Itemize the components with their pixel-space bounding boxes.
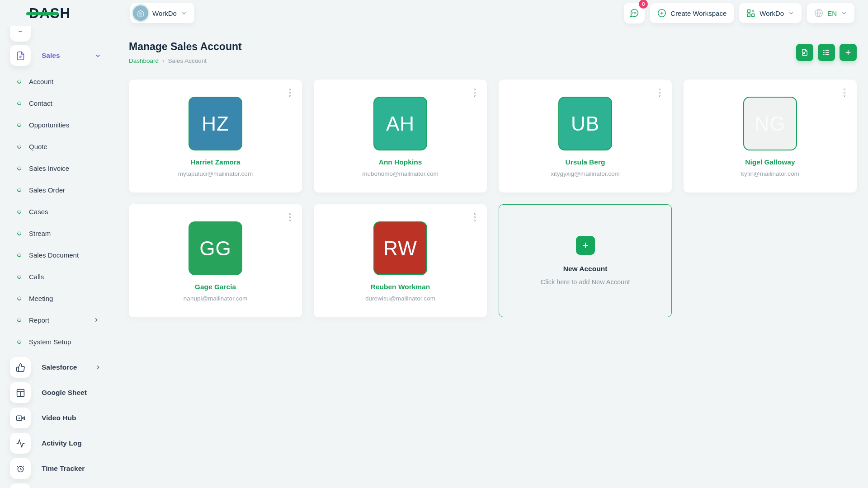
sidebar-item-system-setup[interactable]: System Setup bbox=[10, 331, 114, 352]
workspace-switcher[interactable]: WorkDo bbox=[130, 3, 194, 23]
chat-bubble-icon bbox=[629, 8, 639, 18]
submenu-label: System Setup bbox=[29, 338, 71, 346]
new-account-card[interactable]: New Account Click here to add New Accoun… bbox=[499, 204, 672, 317]
new-account-title: New Account bbox=[563, 265, 608, 273]
sidebar-item-calls[interactable]: Calls bbox=[10, 266, 114, 287]
card-menu-button[interactable] bbox=[471, 88, 479, 99]
account-card[interactable]: UB Ursula Berg xitygyxig@mailinator.com bbox=[499, 80, 672, 192]
card-menu-button[interactable] bbox=[286, 88, 294, 99]
account-name-link[interactable]: Reuben Workman bbox=[314, 283, 487, 291]
sidebar-item-time-tracker[interactable]: Time Tracker bbox=[10, 458, 114, 479]
main-content: Manage Sales Account Dashboard › Sales A… bbox=[114, 26, 868, 488]
submenu-label: Stream bbox=[29, 230, 51, 237]
chevron-down-icon bbox=[788, 10, 794, 16]
export-button[interactable] bbox=[796, 44, 813, 61]
accounts-grid: HZ Harriet Zamora mytapuluci@mailinator.… bbox=[129, 80, 857, 317]
page-title: Manage Sales Account bbox=[129, 41, 242, 53]
language-code: EN bbox=[827, 9, 837, 17]
sidebar-item-label: Salesforce bbox=[42, 363, 77, 371]
brand-logo-bar bbox=[26, 12, 59, 15]
workspace-dropdown[interactable]: WorkDo bbox=[739, 3, 802, 23]
sidebar-item-salesforce[interactable]: Salesforce bbox=[10, 357, 114, 378]
account-card[interactable]: HZ Harriet Zamora mytapuluci@mailinator.… bbox=[129, 80, 302, 192]
account-card[interactable]: RW Reuben Workman durewisu@mailinator.co… bbox=[314, 204, 487, 317]
add-account-button[interactable] bbox=[840, 44, 857, 61]
language-selector[interactable]: EN bbox=[807, 3, 854, 23]
plus-icon bbox=[576, 236, 595, 255]
account-card[interactable]: NG Nigel Galloway kyfin@mailinator.com bbox=[684, 80, 857, 192]
account-email: mytapuluci@mailinator.com bbox=[129, 170, 302, 177]
sidebar-item-contact[interactable]: Contact bbox=[10, 92, 114, 114]
submenu-label: Report bbox=[29, 316, 49, 324]
account-name-link[interactable]: Nigel Galloway bbox=[684, 158, 857, 166]
account-name-link[interactable]: Ursula Berg bbox=[499, 158, 672, 166]
sidebar-item-stream[interactable]: Stream bbox=[10, 222, 114, 244]
sidebar-item-sales[interactable]: Sales bbox=[10, 45, 114, 66]
sidebar-item-label: Sales bbox=[42, 52, 60, 60]
sidebar-item-label: Google Sheet bbox=[42, 389, 87, 397]
sidebar-item-activity-log[interactable]: Activity Log bbox=[10, 433, 114, 454]
account-email: durewisu@mailinator.com bbox=[314, 295, 487, 302]
account-name-link[interactable]: Ann Hopkins bbox=[314, 158, 487, 166]
chevron-down-icon bbox=[94, 52, 101, 59]
new-account-subtitle: Click here to add New Account bbox=[541, 278, 630, 286]
document-icon bbox=[10, 45, 31, 66]
account-email: kyfin@mailinator.com bbox=[684, 170, 857, 177]
submenu-label: Account bbox=[29, 78, 53, 85]
card-menu-button[interactable] bbox=[656, 88, 664, 99]
card-menu-button[interactable] bbox=[286, 212, 294, 223]
account-avatar: RW bbox=[373, 221, 427, 275]
breadcrumb-separator: › bbox=[162, 57, 164, 64]
sidebar-item-opportunities[interactable]: Opportunities bbox=[10, 114, 114, 136]
activity-pulse-icon bbox=[10, 433, 31, 454]
sidebar-item-video-hub[interactable]: Video Hub bbox=[10, 408, 114, 428]
sidebar-item-report[interactable]: Report bbox=[10, 309, 114, 331]
bullet-icon bbox=[16, 296, 22, 301]
sidebar-item-label: Activity Log bbox=[42, 439, 82, 447]
sidebar-item-partial-top[interactable] bbox=[10, 26, 114, 42]
grid-plus-icon bbox=[746, 9, 755, 18]
account-name-link[interactable]: Gage Garcia bbox=[129, 283, 302, 291]
submenu-label: Contact bbox=[29, 99, 52, 107]
brand-logo[interactable]: DASH bbox=[0, 6, 114, 20]
card-menu-button[interactable] bbox=[471, 212, 479, 223]
card-menu-button[interactable] bbox=[840, 88, 849, 99]
sidebar-item-google-sheet[interactable]: Google Sheet bbox=[10, 382, 114, 403]
workspace-name: WorkDo bbox=[152, 9, 177, 17]
sidebar-item-meeting[interactable]: Meeting bbox=[10, 287, 114, 309]
account-card[interactable]: AH Ann Hopkins mubohomo@mailinator.com bbox=[314, 80, 487, 192]
account-name-link[interactable]: Harriet Zamora bbox=[129, 158, 302, 166]
list-view-button[interactable] bbox=[818, 44, 835, 61]
chevron-right-icon bbox=[93, 317, 99, 323]
bullet-icon bbox=[16, 230, 22, 236]
account-avatar: HZ bbox=[189, 97, 242, 150]
bullet-icon bbox=[16, 79, 22, 84]
sidebar-item-quote[interactable]: Quote bbox=[10, 136, 114, 157]
sidebar-item-cases[interactable]: Cases bbox=[10, 201, 114, 222]
chevron-down-icon bbox=[181, 10, 187, 16]
dash-icon bbox=[10, 26, 31, 42]
workspace-dropdown-label: WorkDo bbox=[760, 9, 784, 17]
sidebar-item-sales-document[interactable]: Sales Document bbox=[10, 244, 114, 266]
globe-icon bbox=[814, 9, 823, 18]
alarm-clock-icon bbox=[10, 458, 31, 479]
workspace-avatar bbox=[133, 5, 148, 21]
account-avatar: UB bbox=[558, 97, 612, 150]
sidebar-item-sales-order[interactable]: Sales Order bbox=[10, 179, 114, 201]
video-camera-icon bbox=[10, 408, 31, 428]
account-avatar: GG bbox=[189, 221, 242, 275]
building-icon bbox=[137, 9, 145, 17]
sidebar-item-account[interactable]: Account bbox=[10, 70, 114, 92]
page-toolbar bbox=[796, 44, 857, 61]
messages-button[interactable]: 0 bbox=[624, 3, 645, 23]
create-workspace-button[interactable]: Create Workspace bbox=[650, 3, 734, 23]
sales-submenu: Account Contact Opportunities Quote Sale… bbox=[10, 70, 114, 352]
submenu-label: Cases bbox=[29, 208, 48, 216]
bullet-icon bbox=[16, 252, 22, 258]
bullet-icon bbox=[16, 144, 22, 149]
breadcrumb-dashboard-link[interactable]: Dashboard bbox=[129, 57, 159, 64]
create-workspace-label: Create Workspace bbox=[670, 9, 726, 17]
sidebar-item-partial-bottom[interactable] bbox=[10, 483, 31, 488]
sidebar-item-sales-invoice[interactable]: Sales Invoice bbox=[10, 157, 114, 179]
account-card[interactable]: GG Gage Garcia nanupi@mailinator.com bbox=[129, 204, 302, 317]
